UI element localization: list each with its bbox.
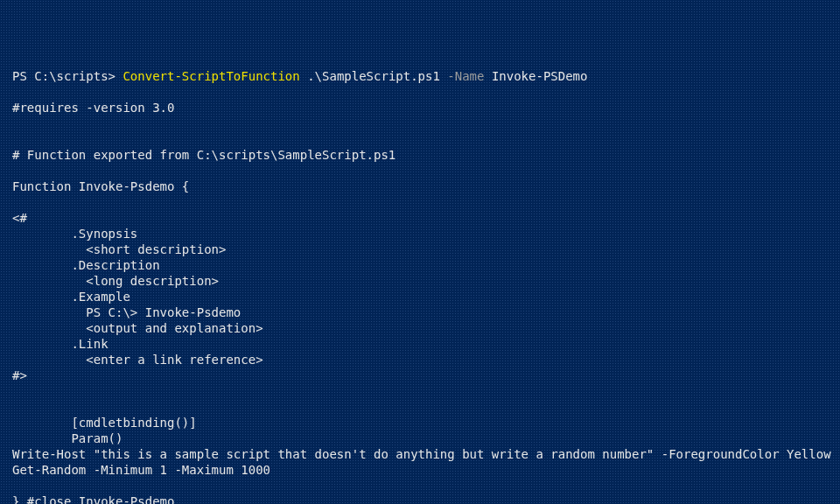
output-line: .Synopsis	[12, 227, 137, 241]
command-arg-path: .\SampleScript.ps1	[300, 69, 448, 83]
output-line: Write-Host "this is a sample script that…	[12, 447, 831, 461]
output-line: <#	[12, 211, 27, 225]
output-line: #requires -version 3.0	[12, 101, 174, 115]
output-line: PS C:\> Invoke-Psdemo	[12, 305, 241, 319]
command-param-name: -Name	[447, 69, 484, 83]
output-line: Param()	[12, 431, 122, 445]
powershell-terminal[interactable]: PS C:\scripts> Convert-ScriptToFunction …	[0, 63, 840, 504]
output-line: <short description>	[12, 242, 226, 256]
output-line: [cmdletbinding()]	[12, 416, 197, 430]
prompt: PS C:\scripts>	[12, 69, 122, 83]
command-value-name: Invoke-PSDemo	[484, 69, 587, 83]
output-line: .Link	[12, 337, 108, 351]
output-line: #>	[12, 368, 27, 382]
output-line: .Description	[12, 258, 160, 272]
output-line: .Example	[12, 290, 130, 304]
output-line: <output and explanation>	[12, 321, 263, 335]
output-line: <long description>	[12, 274, 219, 288]
output-line: } #close Invoke-Psdemo	[12, 494, 174, 504]
command-cmdlet: Convert-ScriptToFunction	[122, 69, 299, 83]
output-line: Get-Random -Minimum 1 -Maximum 1000	[12, 463, 270, 477]
output-line: <enter a link reference>	[12, 353, 263, 367]
output-line: # Function exported from C:\scripts\Samp…	[12, 148, 396, 162]
output-line: Function Invoke-Psdemo {	[12, 179, 189, 193]
